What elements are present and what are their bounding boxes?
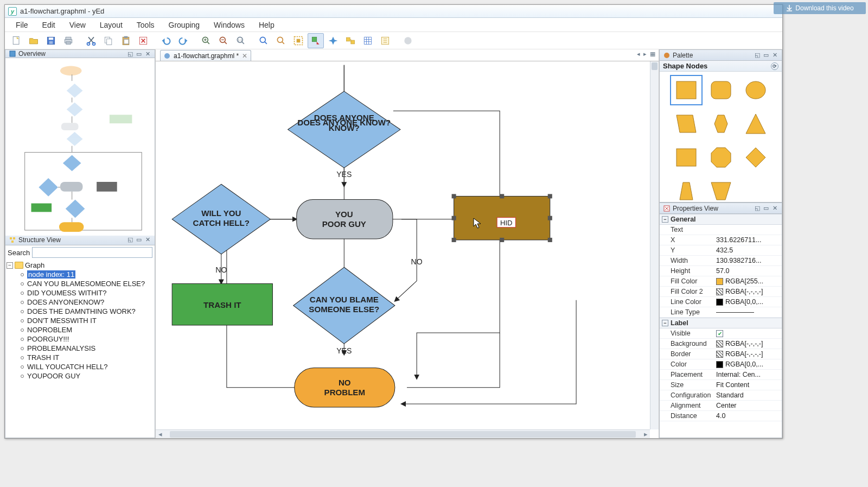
- snap-icon[interactable]: [377, 33, 393, 48]
- panel-close-icon[interactable]: ✕: [144, 50, 151, 58]
- tab-prev-icon[interactable]: ◂: [637, 50, 640, 58]
- prop-row[interactable]: BorderRGBA[-,-,-,-]: [660, 349, 782, 359]
- shape-rectangle-alt[interactable]: [670, 142, 703, 173]
- print-icon[interactable]: [60, 33, 76, 48]
- tab-next-icon[interactable]: ▸: [643, 50, 647, 58]
- tree-node[interactable]: DID YOUMESS WITHIT?: [21, 288, 154, 298]
- prop-row[interactable]: Distance4.0: [660, 411, 782, 421]
- panel-restore-icon[interactable]: ◱: [126, 236, 134, 244]
- tree-root[interactable]: Graph: [25, 261, 44, 269]
- tree-node[interactable]: PROBLEMANALYSIS: [21, 344, 154, 353]
- prop-row[interactable]: ColorRGBA[0,0,...: [660, 359, 782, 370]
- prop-row[interactable]: X331.6226711...: [660, 235, 782, 245]
- prop-row[interactable]: Y432.5: [660, 245, 782, 256]
- prop-group-general[interactable]: −General: [660, 214, 782, 225]
- zoom-in-icon[interactable]: [198, 33, 214, 48]
- menu-grouping[interactable]: Grouping: [162, 18, 207, 31]
- tree-node[interactable]: YOUPOOR GUY: [21, 371, 154, 381]
- download-banner[interactable]: Download this video: [774, 2, 866, 14]
- grid-icon[interactable]: [360, 33, 376, 48]
- scroll-left-icon[interactable]: ◂: [156, 430, 164, 438]
- tree-node[interactable]: WILL YOUCATCH HELL?: [21, 362, 154, 371]
- tab-list-icon[interactable]: ▦: [650, 50, 655, 58]
- panel-restore-icon[interactable]: ◱: [754, 205, 761, 212]
- zoom-reset-icon[interactable]: 1:1: [233, 33, 249, 48]
- tree-node[interactable]: TRASH IT: [21, 353, 154, 362]
- scroll-right-icon[interactable]: ▸: [641, 430, 650, 438]
- menu-view[interactable]: View: [63, 18, 92, 31]
- copy-icon[interactable]: [100, 33, 117, 48]
- redo-icon[interactable]: [175, 33, 192, 48]
- tree-node[interactable]: DON'T MESSWITH IT: [21, 316, 154, 325]
- menu-tools[interactable]: Tools: [130, 18, 161, 31]
- tree-node[interactable]: node index: 11: [21, 270, 154, 279]
- prop-row[interactable]: Line Type: [660, 307, 782, 318]
- zoom-area-icon[interactable]: [273, 33, 289, 48]
- document-tab[interactable]: a1-flowchart.graphml * ✕: [160, 50, 251, 61]
- tree-node[interactable]: DOES THE DAMNTHING WORK?: [21, 307, 154, 316]
- shape-rounded-rectangle[interactable]: [705, 75, 737, 105]
- prop-row[interactable]: AlignmentCenter: [660, 401, 782, 411]
- prop-row[interactable]: BackgroundRGBA[-,-,-,-]: [660, 339, 782, 349]
- tree-node[interactable]: DOES ANYONEKNOW?: [21, 298, 154, 307]
- panel-min-icon[interactable]: ▭: [135, 50, 143, 58]
- shape-trapezoid[interactable]: [670, 176, 703, 202]
- prop-row[interactable]: SizeFit Content: [660, 380, 782, 390]
- shape-hexagon[interactable]: [705, 109, 737, 139]
- panel-close-icon[interactable]: ✕: [144, 236, 151, 244]
- paste-icon[interactable]: [118, 33, 134, 48]
- vertical-scrollbar[interactable]: [650, 61, 659, 429]
- save-icon[interactable]: [43, 33, 59, 48]
- menu-help[interactable]: Help: [252, 18, 281, 31]
- shape-trapezoid-down[interactable]: [705, 176, 737, 202]
- prop-row[interactable]: Fill Color 2RGBA[-,-,-,-]: [660, 287, 782, 297]
- prop-row[interactable]: PlacementInternal: Cen...: [660, 370, 782, 380]
- cut-icon[interactable]: [83, 33, 99, 48]
- panel-close-icon[interactable]: ✕: [771, 52, 778, 59]
- search-input[interactable]: [32, 247, 152, 258]
- menu-file[interactable]: File: [9, 18, 35, 31]
- close-tab-icon[interactable]: ✕: [242, 52, 247, 60]
- navigation-mode-icon[interactable]: [325, 33, 341, 48]
- zoom-out-icon[interactable]: [215, 33, 232, 48]
- prop-row[interactable]: Fill ColorRGBA[255...: [660, 276, 782, 287]
- prop-row[interactable]: Height57.0: [660, 266, 782, 276]
- fit-content-icon[interactable]: [290, 33, 307, 48]
- zoom-selection-icon[interactable]: [256, 33, 272, 48]
- prop-row[interactable]: Text: [660, 225, 782, 235]
- new-file-icon[interactable]: [8, 33, 24, 48]
- graph-canvas[interactable]: DOES ANYONE KNOW? DOES ANYONEKNOW? YES W…: [156, 61, 650, 429]
- panel-min-icon[interactable]: ▭: [762, 205, 770, 212]
- panel-restore-icon[interactable]: ◱: [754, 52, 761, 59]
- shape-diamond[interactable]: [739, 142, 772, 173]
- magnifier-icon[interactable]: [342, 33, 359, 48]
- panel-restore-icon[interactable]: ◱: [126, 50, 134, 58]
- horizontal-scrollbar[interactable]: ◂ ▸: [156, 429, 650, 438]
- prop-group-label[interactable]: −Label: [660, 318, 782, 328]
- prop-row[interactable]: ConfigurationStandard: [660, 390, 782, 401]
- panel-close-icon[interactable]: ✕: [771, 205, 778, 212]
- shape-ellipse[interactable]: [739, 75, 772, 105]
- shape-rectangle[interactable]: [670, 75, 703, 105]
- open-file-icon[interactable]: [25, 33, 42, 48]
- delete-icon[interactable]: [135, 33, 151, 48]
- undo-icon[interactable]: [158, 33, 174, 48]
- shape-parallelogram[interactable]: [670, 109, 703, 139]
- panel-min-icon[interactable]: ▭: [762, 52, 770, 59]
- refresh-icon[interactable]: ⟳: [771, 62, 778, 70]
- tree-collapse-icon[interactable]: −: [7, 262, 13, 269]
- tree-node[interactable]: CAN YOU BLAMESOMEONE ELSE?: [21, 279, 154, 288]
- menu-layout[interactable]: Layout: [93, 18, 129, 31]
- edit-mode-icon[interactable]: [308, 33, 324, 48]
- menu-windows[interactable]: Windows: [207, 18, 251, 31]
- shape-octagon[interactable]: [705, 142, 737, 173]
- menu-edit[interactable]: Edit: [36, 18, 62, 31]
- overview-canvas[interactable]: [5, 58, 155, 236]
- structure-tree[interactable]: − Graph node index: 11 CAN YOU BLAMESOME…: [5, 260, 155, 438]
- prop-row[interactable]: Line ColorRGBA[0,0,...: [660, 297, 782, 307]
- tree-node[interactable]: NOPROBLEM: [21, 325, 154, 334]
- prop-row[interactable]: Width130.9382716...: [660, 256, 782, 266]
- tree-node[interactable]: POORGUY!!!: [21, 334, 154, 344]
- prop-row[interactable]: Visible✔: [660, 328, 782, 339]
- shape-triangle[interactable]: [739, 109, 772, 139]
